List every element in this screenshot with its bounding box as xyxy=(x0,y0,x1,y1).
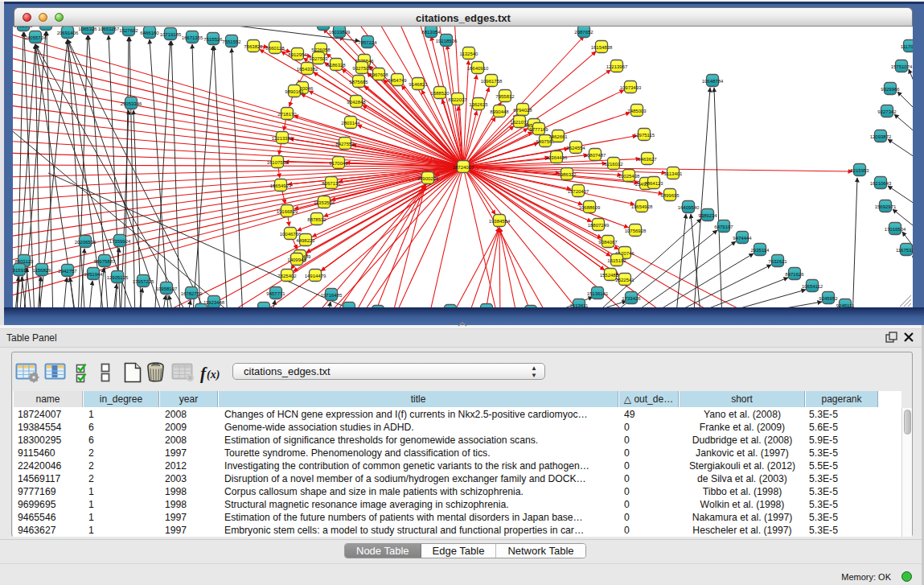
svg-text:29053346: 29053346 xyxy=(121,101,142,106)
svg-text:7632621: 7632621 xyxy=(768,259,787,264)
svg-text:19384554: 19384554 xyxy=(489,219,511,224)
svg-text:9329966: 9329966 xyxy=(881,87,900,92)
svg-text:9890161: 9890161 xyxy=(285,89,304,94)
svg-text:1132540: 1132540 xyxy=(460,51,479,56)
svg-text:2803144: 2803144 xyxy=(341,121,360,126)
svg-text:2967608: 2967608 xyxy=(369,72,388,77)
svg-text:19218506: 19218506 xyxy=(436,39,458,43)
svg-text:8322037: 8322037 xyxy=(448,97,467,102)
svg-text:16154838: 16154838 xyxy=(591,45,613,50)
svg-text:8912954: 8912954 xyxy=(288,52,307,57)
svg-text:9146821: 9146821 xyxy=(409,82,428,87)
svg-text:7462661: 7462661 xyxy=(548,134,568,139)
svg-text:20206536: 20206536 xyxy=(75,240,97,245)
svg-text:10961758: 10961758 xyxy=(481,79,503,84)
svg-text:2069140: 2069140 xyxy=(36,27,55,27)
svg-text:17957225: 17957225 xyxy=(133,279,154,284)
svg-text:12213967: 12213967 xyxy=(606,64,628,69)
svg-text:1615192: 1615192 xyxy=(607,258,626,263)
svg-text:10958107: 10958107 xyxy=(156,286,178,291)
svg-text:1362615: 1362615 xyxy=(469,102,488,107)
svg-text:7864123: 7864123 xyxy=(644,181,663,186)
svg-text:1451944: 1451944 xyxy=(84,272,103,277)
svg-text:11353594: 11353594 xyxy=(314,200,335,205)
svg-text:1156829: 1156829 xyxy=(33,268,52,273)
svg-text:18724007: 18724007 xyxy=(453,165,474,170)
svg-text:15720407: 15720407 xyxy=(568,189,589,194)
svg-text:9227342: 9227342 xyxy=(877,109,897,114)
svg-text:8878532: 8878532 xyxy=(307,217,326,222)
svg-text:10654112: 10654112 xyxy=(802,284,823,289)
svg-text:8990448: 8990448 xyxy=(490,109,509,114)
svg-text:9170041: 9170041 xyxy=(329,161,348,166)
svg-text:8215953: 8215953 xyxy=(850,168,869,173)
svg-text:1733426: 1733426 xyxy=(622,296,641,301)
svg-text:16210643: 16210643 xyxy=(870,181,892,186)
svg-text:9389234: 9389234 xyxy=(698,213,717,218)
svg-text:2087652: 2087652 xyxy=(574,30,593,35)
svg-text:10025438: 10025438 xyxy=(618,174,640,179)
svg-text:8267130: 8267130 xyxy=(322,181,341,186)
svg-text:1527602: 1527602 xyxy=(119,28,138,33)
svg-text:19166829: 19166829 xyxy=(277,209,298,214)
svg-text:1603380: 1603380 xyxy=(314,27,333,27)
svg-text:8186328: 8186328 xyxy=(326,63,346,68)
svg-text:16671355: 16671355 xyxy=(182,35,203,40)
svg-text:10807487: 10807487 xyxy=(585,153,606,158)
svg-text:7986322: 7986322 xyxy=(557,172,577,177)
svg-text:8454749: 8454749 xyxy=(388,78,407,83)
svg-text:8427552: 8427552 xyxy=(335,142,355,146)
svg-text:10973493: 10973493 xyxy=(620,85,642,90)
svg-text:20691406: 20691406 xyxy=(57,31,79,35)
svg-text:17016504: 17016504 xyxy=(885,227,906,232)
svg-text:19716485: 19716485 xyxy=(321,293,343,298)
svg-text:10756928: 10756928 xyxy=(625,229,647,233)
svg-text:4498222: 4498222 xyxy=(296,238,315,243)
svg-text:10688609: 10688609 xyxy=(579,205,601,210)
svg-text:6479197: 6479197 xyxy=(714,225,733,229)
svg-text:19654928: 19654928 xyxy=(631,204,653,209)
svg-text:8501123: 8501123 xyxy=(15,259,35,264)
svg-text:15136141: 15136141 xyxy=(587,291,609,296)
svg-text:2718170: 2718170 xyxy=(277,112,297,117)
svg-text:6216012: 6216012 xyxy=(604,162,623,167)
svg-text:9245652: 9245652 xyxy=(819,296,838,301)
svg-text:9777169: 9777169 xyxy=(529,127,548,132)
svg-text:25900235: 25900235 xyxy=(417,176,439,181)
svg-text:12093872: 12093872 xyxy=(870,134,892,139)
svg-text:10046766: 10046766 xyxy=(280,232,302,237)
svg-text:12905135: 12905135 xyxy=(107,275,129,280)
svg-text:11675329: 11675329 xyxy=(896,248,913,253)
svg-text:3113401: 3113401 xyxy=(664,171,684,176)
svg-text:7955812: 7955812 xyxy=(495,94,515,99)
svg-text:10648784: 10648784 xyxy=(702,79,724,84)
svg-text:1409948: 1409948 xyxy=(287,257,306,262)
svg-text:2522541: 2522541 xyxy=(615,278,634,282)
svg-text:9084067: 9084067 xyxy=(598,240,618,245)
svg-text:5875685: 5875685 xyxy=(349,80,368,84)
svg-text:3915912: 3915912 xyxy=(13,268,29,273)
svg-text:12213389: 12213389 xyxy=(272,136,294,141)
svg-text:15751074: 15751074 xyxy=(891,64,913,69)
svg-text:9327508: 9327508 xyxy=(352,66,372,71)
svg-text:9474444: 9474444 xyxy=(733,236,752,241)
svg-text:18807249: 18807249 xyxy=(588,223,610,228)
svg-text:90975887: 90975887 xyxy=(94,259,116,264)
svg-text:6466160: 6466160 xyxy=(140,31,159,35)
svg-text:8471626: 8471626 xyxy=(785,272,804,277)
svg-text:1117032: 1117032 xyxy=(901,44,913,49)
svg-text:16782759: 16782759 xyxy=(181,291,203,296)
svg-text:10653267: 10653267 xyxy=(98,27,120,31)
svg-text:7485003: 7485003 xyxy=(627,109,647,113)
svg-text:14914479: 14914479 xyxy=(305,274,326,278)
svg-text:2942757: 2942757 xyxy=(58,269,77,274)
svg-text:11923448: 11923448 xyxy=(203,300,225,305)
svg-text:9457771: 9457771 xyxy=(266,291,285,296)
svg-text:12975115: 12975115 xyxy=(634,133,655,138)
svg-text:6899695: 6899695 xyxy=(660,193,680,198)
svg-text:16107552: 16107552 xyxy=(267,160,289,165)
svg-text:2405572: 2405572 xyxy=(14,27,33,28)
svg-text:16033809: 16033809 xyxy=(329,30,351,35)
svg-text:24055724: 24055724 xyxy=(25,35,47,40)
svg-text:16409540: 16409540 xyxy=(678,205,700,210)
